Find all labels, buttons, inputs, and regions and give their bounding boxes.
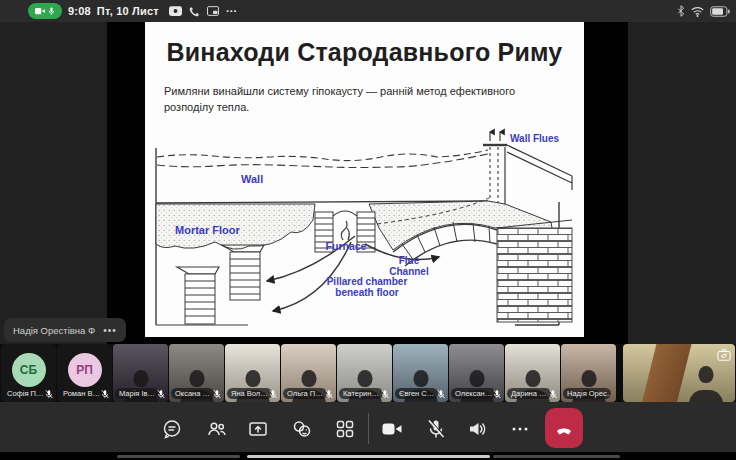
battery-icon [710,6,730,17]
share-screen-button[interactable] [240,411,276,447]
mic-muted-icon [99,388,110,399]
mic-muted-icon [547,388,558,399]
pip-window-icon [207,6,219,16]
privacy-indicator-pill [28,3,62,19]
mic-muted-icon [155,388,166,399]
participant-tile[interactable]: Євген С… [393,344,448,402]
participant-name: Марія Ів… [115,388,159,399]
hypocaust-diagram: Wall Flues Wall Mortar Floor Furnace Flu… [153,124,575,332]
reactions-button[interactable] [284,411,320,447]
nav-hint-right[interactable] [493,455,620,458]
slide-body-text: Римляни винайшли систему гіпокаусту — ра… [164,84,566,116]
participant-tile[interactable]: Катерин… [337,344,392,402]
label-wall-flues: Wall Flues [510,133,560,144]
participant-tile[interactable]: Марія Ів… [113,344,168,402]
label-flue-1: Flue [399,255,420,266]
bluetooth-icon [677,5,685,17]
participant-name: Ольга П… [283,388,327,399]
participant-tile[interactable]: Надія Орес… [561,344,616,402]
mic-muted-icon [491,388,502,399]
status-more-icon: ··· [226,5,238,17]
participant-name: Катерин… [339,388,383,399]
label-furnace: Furnace [326,240,367,252]
participant-tile[interactable]: Олексан… [449,344,504,402]
participant-name: Яна Вол… [227,388,272,399]
participant-name: Надія Орес… [563,388,611,399]
participant-name: Роман В… [59,388,104,399]
people-button[interactable] [199,411,235,447]
status-bar: 9:08 Пт, 10 Лист ··· [0,0,736,22]
chat-button[interactable] [154,411,190,447]
mic-muted-icon [379,388,390,399]
slide-title: Винаходи Стародавнього Риму [145,38,584,67]
presenter-menu-dots[interactable]: ••• [103,325,117,336]
participant-tile[interactable]: Яна Вол… [225,344,280,402]
toolbar-divider [368,413,369,444]
status-date: Пт, 10 Лист [97,5,159,17]
camera-in-use-icon [35,7,45,15]
participant-tile[interactable]: Ольга П… [281,344,336,402]
screen-record-icon [169,6,182,16]
shared-slide: Винаходи Стародавнього Риму Римляни вина… [145,22,584,337]
apps-button[interactable] [327,411,363,447]
camera-toggle-button[interactable] [374,411,410,447]
person-silhouette [683,366,729,402]
participant-tiles: СБ Софія П… РП Роман В… Марія Ів… [1,344,616,402]
hang-up-button[interactable] [545,408,583,448]
participant-name: Євген С… [395,388,438,399]
label-pillared-1: Pillared chamber [327,276,408,287]
mic-muted-icon [211,388,222,399]
mic-toggle-button[interactable] [418,411,454,447]
more-options-button[interactable] [502,411,538,447]
participant-avatar: РП [68,353,102,387]
label-mortar-floor: Mortar Floor [175,224,240,236]
phone-icon [189,6,200,17]
mic-muted-icon [435,388,446,399]
mic-in-use-icon [48,7,55,16]
wifi-icon [691,6,704,17]
nav-hint-left[interactable] [117,455,240,458]
presenter-name-pill[interactable]: Надія Орестівна Ф ••• [4,318,126,342]
participant-name: Софія П… [3,388,47,399]
participant-name: Олексан… [451,388,496,399]
screen-share-region: Винаходи Стародавнього Риму Римляни вина… [107,22,628,344]
mic-muted-icon [43,388,54,399]
system-nav-bar [0,452,736,460]
participant-filmstrip: СБ Софія П… РП Роман В… Марія Ів… [0,344,736,402]
local-video-tile[interactable] [623,344,735,402]
participant-tile[interactable]: РП Роман В… [57,344,112,402]
mic-muted-icon [267,388,278,399]
participant-name: Оксана … [171,388,214,399]
participant-tile[interactable]: Дарина … [505,344,560,402]
meeting-stage: Винаходи Стародавнього Риму Римляни вина… [0,22,736,344]
call-toolbar [0,402,736,452]
participant-avatar: СБ [12,353,46,387]
speaker-button[interactable] [459,411,495,447]
label-wall: Wall [241,173,263,185]
participant-name: Дарина … [507,388,551,399]
mic-muted-icon [323,388,334,399]
status-time: 9:08 [68,5,91,17]
switch-camera-icon[interactable] [717,348,731,362]
home-indicator[interactable] [247,455,490,458]
presenter-name: Надія Орестівна Ф [13,325,95,336]
label-pillared-2: beneath floor [335,287,398,298]
participant-tile[interactable]: Оксана … [169,344,224,402]
participant-tile[interactable]: СБ Софія П… [1,344,56,402]
